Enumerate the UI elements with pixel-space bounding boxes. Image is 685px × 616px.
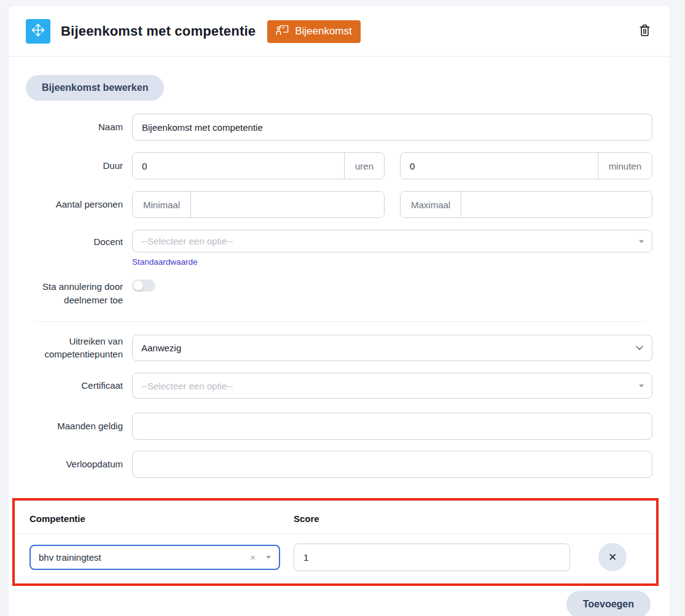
type-badge-label: Bijeenkomst (295, 25, 352, 37)
minimaal-input[interactable] (191, 192, 384, 217)
certificaat-select[interactable]: --Selecteer een optie-- (132, 373, 652, 399)
maximaal-input[interactable] (461, 192, 652, 217)
row-docent: Docent --Selecteer een optie-- Standaard… (26, 230, 652, 267)
competenties-header: Competentie Score (15, 501, 656, 533)
maanden-geldig-input[interactable] (132, 413, 652, 440)
page-title: Bijeenkomst met competentie (61, 23, 256, 39)
row-competentiepunten: Uitreiken van competentiepunten Aanwezig (26, 335, 652, 362)
certificaat-label: Certificaat (26, 379, 123, 392)
toevoegen-button[interactable]: Toevoegen (566, 591, 651, 616)
duur-uren-suffix: uren (344, 153, 384, 179)
chevron-down-icon (639, 384, 644, 388)
competenties-highlight-box: Competentie Score bhv trainingtest × ✕ (12, 498, 659, 586)
tab-bijeenkomst-bewerken[interactable]: Bijeenkomst bewerken (26, 75, 164, 101)
competentie-select[interactable]: bhv trainingtest × (29, 545, 280, 570)
chevron-down-icon (639, 240, 644, 243)
duur-minuten-suffix: minuten (598, 153, 652, 179)
row-verloopdatum: Verloopdatum (26, 451, 652, 478)
certificaat-placeholder: --Selecteer een optie-- (141, 381, 233, 391)
close-icon: ✕ (608, 552, 617, 563)
annulering-toggle[interactable] (132, 279, 155, 292)
bijeenkomst-card: Bijeenkomst met competentie Bijeenkomst (9, 6, 670, 616)
docent-field: --Selecteer een optie-- Standaardwaarde (132, 230, 652, 267)
type-badge: Bijeenkomst (267, 20, 361, 43)
naam-label: Naam (26, 120, 123, 134)
trash-icon (638, 23, 651, 39)
row-annulering: Sta annulering door deelnemer toe (26, 279, 652, 307)
move-icon (30, 22, 46, 41)
remove-competentie-button[interactable]: ✕ (598, 543, 627, 571)
duur-fields: uren minuten (132, 152, 652, 179)
row-duur: Duur uren minuten (26, 152, 652, 179)
competentie-selected-value: bhv trainingtest (39, 552, 101, 563)
duur-uren-input[interactable] (133, 153, 344, 179)
duur-label: Duur (26, 159, 123, 173)
maximaal-prefix: Maximaal (401, 192, 461, 217)
aantal-personen-fields: Minimaal Maximaal (132, 191, 652, 218)
competentiepunten-select[interactable]: Aanwezig (132, 335, 652, 361)
duur-uren-group: uren (132, 152, 385, 179)
competentie-row: bhv trainingtest × ✕ (15, 534, 656, 583)
naam-input[interactable] (132, 114, 652, 141)
card-header: Bijeenkomst met competentie Bijeenkomst (9, 6, 670, 57)
duur-minuten-group: minuten (400, 152, 652, 179)
row-maanden-geldig: Maanden geldig (26, 413, 652, 440)
card-body: Bijeenkomst bewerken Naam Duur uren minu… (9, 57, 670, 616)
presentation-icon (276, 25, 289, 39)
docent-label: Docent (26, 230, 123, 249)
row-aantal-personen: Aantal personen Minimaal Maximaal (26, 191, 652, 218)
annulering-field (132, 279, 652, 294)
minimaal-prefix: Minimaal (133, 192, 191, 217)
column-header-score: Score (294, 513, 570, 524)
section-divider (33, 321, 645, 322)
aantal-personen-label: Aantal personen (26, 198, 123, 211)
verloopdatum-label: Verloopdatum (26, 458, 123, 471)
maximaal-group: Maximaal (400, 191, 652, 218)
score-input[interactable] (294, 544, 570, 571)
maanden-geldig-label: Maanden geldig (26, 419, 123, 433)
competentiepunten-label: Uitreiken van competentiepunten (26, 335, 123, 362)
standaardwaarde-link[interactable]: Standaardwaarde (132, 257, 198, 267)
toggle-knob (133, 281, 143, 290)
row-naam: Naam (26, 114, 652, 141)
row-certificaat: Certificaat --Selecteer een optie-- (26, 373, 652, 399)
annulering-label: Sta annulering door deelnemer toe (26, 279, 123, 307)
docent-placeholder: --Selecteer een optie-- (141, 236, 233, 246)
chevron-down-icon (266, 556, 271, 559)
actions-bar: Toevoegen (26, 591, 652, 616)
docent-select[interactable]: --Selecteer een optie-- (132, 230, 652, 252)
duur-minuten-input[interactable] (401, 153, 598, 179)
delete-bijeenkomst-button[interactable] (636, 21, 654, 42)
minimaal-group: Minimaal (132, 191, 385, 218)
verloopdatum-input[interactable] (132, 451, 652, 478)
clear-selection-icon[interactable]: × (250, 553, 256, 562)
competentiepunten-field: Aanwezig (132, 335, 652, 361)
drag-handle[interactable] (26, 19, 50, 44)
column-header-competentie: Competentie (29, 513, 280, 524)
column-header-actions (584, 513, 641, 524)
